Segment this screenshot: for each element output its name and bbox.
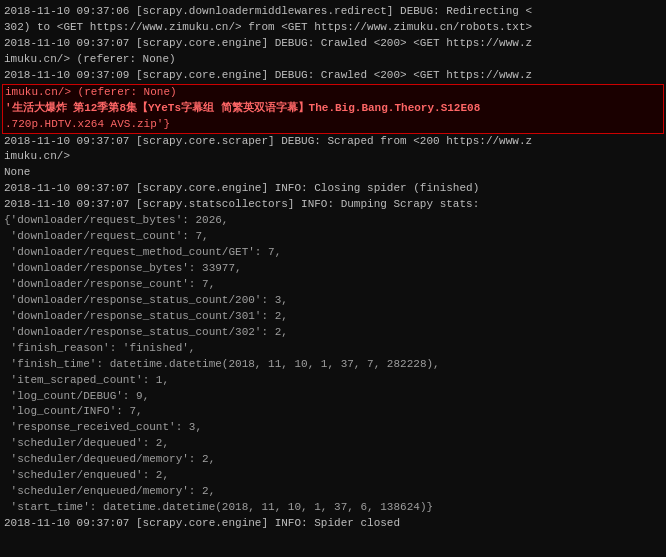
terminal-window: 2018-11-10 09:37:06 [scrapy.downloadermi… <box>0 0 666 557</box>
log-line: 2018-11-10 09:37:07 [scrapy.core.scraper… <box>2 134 664 150</box>
log-line: 2018-11-10 09:37:06 [scrapy.downloadermi… <box>2 4 664 20</box>
log-line: 'downloader/response_status_count/301': … <box>2 309 664 325</box>
log-line: 'downloader/response_count': 7, <box>2 277 664 293</box>
log-line: 'downloader/response_status_count/302': … <box>2 325 664 341</box>
log-line: 'downloader/request_method_count/GET': 7… <box>2 245 664 261</box>
log-line: 'finish_time': datetime.datetime(2018, 1… <box>2 357 664 373</box>
log-line: 2018-11-10 09:37:07 [scrapy.core.engine]… <box>2 181 664 197</box>
log-line: 302) to <GET https://www.zimuku.cn/> fro… <box>2 20 664 36</box>
log-line: 'downloader/response_bytes': 33977, <box>2 261 664 277</box>
log-line: .720p.HDTV.x264 AVS.zip'} <box>2 117 664 134</box>
log-line: None <box>2 165 664 181</box>
log-line: 'response_received_count': 3, <box>2 420 664 436</box>
log-line: 2018-11-10 09:37:07 [scrapy.statscollect… <box>2 197 664 213</box>
log-line: 2018-11-10 09:37:07 [scrapy.core.engine]… <box>2 516 664 532</box>
log-line: 'scheduler/dequeued': 2, <box>2 436 664 452</box>
log-line: 2018-11-10 09:37:07 [scrapy.core.engine]… <box>2 36 664 52</box>
log-line: '生活大爆炸 第12季第8集【YYeTs字幕组 简繁英双语字幕】The.Big.… <box>2 101 664 117</box>
log-line: 'item_scraped_count': 1, <box>2 373 664 389</box>
log-line: 'log_count/DEBUG': 9, <box>2 389 664 405</box>
log-line: {'downloader/request_bytes': 2026, <box>2 213 664 229</box>
log-line: imuku.cn/> <box>2 149 664 165</box>
log-line: 'downloader/response_status_count/200': … <box>2 293 664 309</box>
log-line: 'finish_reason': 'finished', <box>2 341 664 357</box>
log-line: 'downloader/request_count': 7, <box>2 229 664 245</box>
log-container: 2018-11-10 09:37:06 [scrapy.downloadermi… <box>2 4 664 532</box>
log-line: 'scheduler/dequeued/memory': 2, <box>2 452 664 468</box>
log-line: 'scheduler/enqueued': 2, <box>2 468 664 484</box>
log-line: 'log_count/INFO': 7, <box>2 404 664 420</box>
log-line: 'scheduler/enqueued/memory': 2, <box>2 484 664 500</box>
log-line: 2018-11-10 09:37:09 [scrapy.core.engine]… <box>2 68 664 84</box>
log-line: imuku.cn/> (referer: None) <box>2 52 664 68</box>
log-line: 'start_time': datetime.datetime(2018, 11… <box>2 500 664 516</box>
log-line: imuku.cn/> (referer: None) <box>2 84 664 101</box>
